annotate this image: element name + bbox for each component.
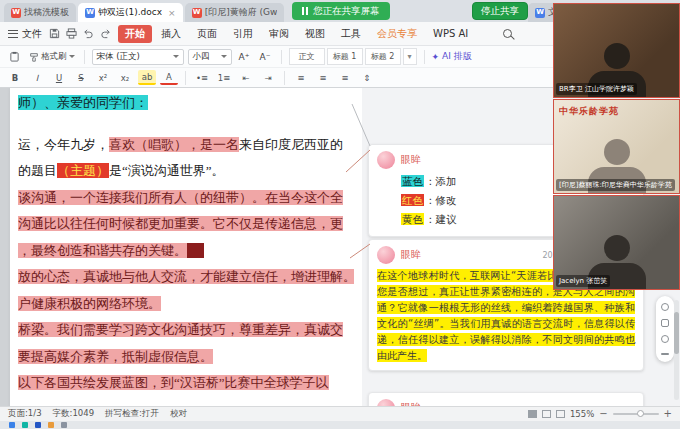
view-zoom-controls: 155% − + [528, 409, 672, 419]
ribbon-tab-1[interactable]: 插入 [154, 25, 188, 43]
superscript-icon[interactable]: x² [94, 70, 112, 85]
align-right-icon[interactable]: ≡ [336, 70, 354, 85]
window-tab-0[interactable]: W找稿洗模板 [4, 3, 76, 22]
underline-icon[interactable]: U [50, 70, 68, 85]
file-menu-label: 文件 [22, 27, 42, 41]
highlight-color-icon[interactable]: ab [138, 70, 156, 85]
shrink-font-button[interactable]: A⁻ [257, 49, 274, 65]
bold-icon[interactable]: B [6, 70, 24, 85]
italic-icon[interactable]: I [28, 70, 46, 85]
side-tool-edit-icon[interactable] [661, 319, 669, 327]
zoom-level[interactable]: 155% [570, 409, 594, 419]
doc-text: 是“演说沟通世界”。 [109, 163, 225, 178]
format-painter-button[interactable]: 格式刷 [27, 49, 77, 65]
taskbar-app-icon[interactable] [35, 422, 41, 428]
zoom-in-button[interactable]: + [664, 409, 672, 419]
number-list-icon[interactable]: 1≡ [215, 70, 233, 85]
taskbar-app-icon[interactable] [48, 422, 54, 428]
zoom-slider-knob[interactable] [637, 410, 644, 417]
status-proofread[interactable]: 校对 [170, 408, 187, 420]
doc-text-highlight: ，最终创造和谐共存的关键。 [18, 243, 187, 258]
ai-layout-button[interactable]: ✦ AI 排版 [432, 50, 472, 63]
style-tile-normal[interactable]: 正文 [289, 48, 325, 65]
wps-logo-icon: W [11, 8, 21, 18]
status-word-count[interactable]: 字数:1049 [53, 408, 95, 420]
doc-text: 来自印度尼西亚的 [239, 137, 343, 152]
document-page[interactable]: 师）、亲爱的同学们：运，今年九岁，喜欢（唱歌），是一名来自印度尼西亚的的题目（主… [10, 88, 362, 406]
ribbon-tab-4[interactable]: 审阅 [262, 25, 296, 43]
avatar [377, 246, 395, 264]
font-color-icon[interactable]: A [160, 70, 178, 85]
paste-button[interactable] [6, 49, 23, 65]
taskbar-app-icon[interactable] [61, 422, 67, 428]
status-spellcheck[interactable]: 拼写检查:打开 [105, 408, 159, 420]
side-tool-more-icon[interactable] [661, 353, 669, 355]
doc-line-5: 沟通比以往任何时候都更加重要。它不仅是传递信息，更 [18, 211, 354, 238]
strikethrough-icon[interactable]: S [72, 70, 90, 85]
print-icon[interactable] [66, 28, 77, 39]
undo-icon[interactable] [83, 28, 94, 39]
doc-text-highlight: 谈沟通，一个连接我们所有人（的纽带）。在当今这个全 [18, 190, 343, 205]
view-mode-outline-icon[interactable] [556, 410, 565, 418]
style-tile-heading1[interactable]: 标题 1 [327, 48, 363, 65]
divider [185, 71, 186, 85]
comment-card-2[interactable]: 眼眸 [368, 392, 644, 406]
video-feed-1[interactable]: 中华乐龄学苑[印尼]蔡丽珠:印尼华裔中华乐龄学苑 [553, 99, 680, 194]
window-tab-label: 找稿洗模板 [24, 6, 69, 19]
ribbon-tab-8[interactable]: WPS AI [426, 26, 475, 41]
redo-icon[interactable] [100, 28, 111, 39]
increase-indent-icon[interactable]: ⇥ [259, 70, 277, 85]
window-tab-2[interactable]: W[印尼]黄翰府 (Gw [185, 3, 285, 22]
ribbon-tab-2[interactable]: 页面 [190, 25, 224, 43]
doc-text-highlight: 桥梁。我们需要学习跨文化沟通技巧，尊重差异，真诚交 [18, 322, 343, 337]
taskbar [0, 421, 680, 429]
comment-author: 眼眸 [401, 153, 421, 167]
ribbon-tab-5[interactable]: 视图 [298, 25, 332, 43]
style-tile-heading2[interactable]: 标题 2 [365, 48, 401, 65]
view-mode-web-icon[interactable] [542, 410, 551, 418]
ribbon-tab-0[interactable]: 开始 [118, 25, 152, 43]
ai-layout-label: AI 排版 [442, 50, 472, 63]
ribbon-tab-3[interactable]: 引用 [226, 25, 260, 43]
line-spacing-icon[interactable]: ⇕ [358, 70, 376, 85]
window-tab-1[interactable]: W钟双运(1).docx× [78, 3, 183, 22]
format-painter-label: 格式刷 [41, 51, 67, 63]
divider [281, 50, 282, 64]
side-tool-comment-icon[interactable] [661, 303, 669, 311]
save-icon[interactable] [49, 28, 60, 39]
wps-logo-icon: W [192, 8, 202, 18]
doc-text-highlight: 放的心态，真诚地与他人交流，才能建立信任，增进理解。 [18, 269, 354, 284]
side-tool-help-icon[interactable] [661, 335, 669, 343]
font-family-select[interactable]: 宋体 (正文) [92, 49, 184, 65]
divider [84, 50, 85, 64]
zoom-slider[interactable] [613, 413, 659, 415]
doc-line-1 [18, 117, 354, 132]
participant-name-label: BR李卫 江山学院许梦颖 [556, 83, 637, 95]
video-banner-text: 中华乐龄学苑 [559, 105, 674, 118]
align-left-icon[interactable]: ≡ [292, 70, 310, 85]
scrollbar-thumb[interactable] [674, 312, 679, 354]
grow-font-button[interactable]: A⁺ [236, 49, 253, 65]
align-center-icon[interactable]: ≡ [314, 70, 332, 85]
video-feed-2[interactable]: Jacelyn 张茁笑 [553, 195, 680, 290]
subscript-icon[interactable]: x₂ [116, 70, 134, 85]
ribbon-tab-6[interactable]: 工具 [334, 25, 368, 43]
bullet-list-icon[interactable]: •≡ [193, 70, 211, 85]
file-menu-button[interactable]: 文件 [8, 27, 42, 41]
view-mode-page-icon[interactable] [528, 410, 537, 418]
font-size-select[interactable]: 小四 [188, 49, 232, 65]
decrease-indent-icon[interactable]: ⇤ [237, 70, 255, 85]
ribbon-tab-7[interactable]: 会员专享 [370, 25, 424, 43]
stop-share-button[interactable]: 停止共享 [472, 2, 528, 20]
style-gallery-more-button[interactable]: ▾ [403, 48, 417, 65]
status-page-count: 页面:1/3 [8, 408, 42, 420]
doc-text-highlight [187, 243, 204, 258]
search-icon[interactable] [503, 29, 512, 38]
vertical-scrollbar[interactable] [674, 300, 679, 400]
tab-close-icon[interactable]: × [168, 8, 176, 18]
pause-share-icon[interactable] [302, 7, 308, 15]
video-feed-0[interactable]: BR李卫 江山学院许梦颖 [553, 3, 680, 98]
taskbar-app-icon[interactable] [22, 422, 28, 428]
zoom-out-button[interactable]: − [599, 409, 607, 419]
taskbar-app-icon[interactable] [9, 422, 15, 428]
